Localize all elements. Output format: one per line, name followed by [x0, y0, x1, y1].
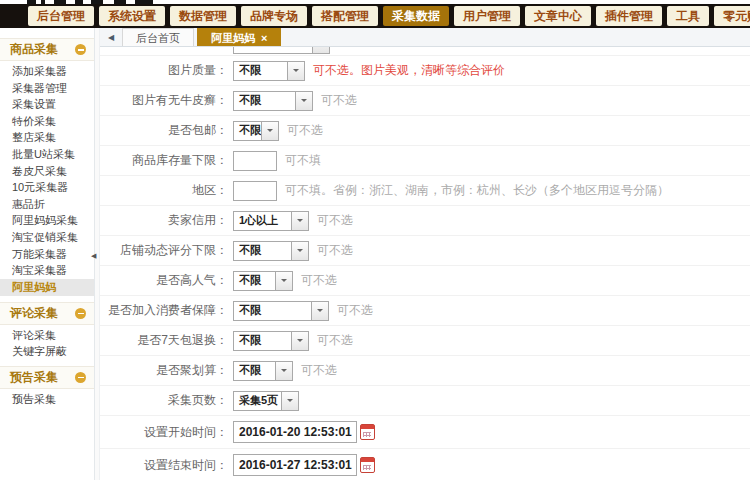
calendar-icon[interactable] [360, 424, 375, 440]
chevron-down-icon [312, 47, 329, 53]
text-input[interactable] [233, 181, 277, 201]
field-label: 是否聚划算： [100, 362, 228, 379]
nav-item-搭配管理[interactable]: 搭配管理 [312, 6, 378, 26]
field-controls: 2016-01-27 12:53:01 [233, 454, 357, 476]
select-value: 不限 [234, 123, 261, 138]
sidebar-item-惠品折[interactable]: 惠品折 [0, 196, 94, 213]
date-value: 2016-01-20 12:53:01 [239, 425, 352, 439]
collapse-minus-icon[interactable] [75, 308, 86, 319]
field-controls: 可不填 [233, 151, 321, 171]
sidebar-item-万能采集器[interactable]: 万能采集器 [0, 246, 94, 263]
sidebar-item-整店采集[interactable]: 整店采集 [0, 129, 94, 146]
nav-item-品牌专场[interactable]: 品牌专场 [241, 6, 307, 26]
sidebar-section-商品采集[interactable]: 商品采集 [0, 38, 94, 61]
tab-scroll-left-icon[interactable]: ◀ [100, 33, 122, 46]
sidebar-section-评论采集[interactable]: 评论采集 [0, 302, 94, 325]
sidebar-item-阿里妈妈采集[interactable]: 阿里妈妈采集 [0, 212, 94, 229]
field-label: 地区： [100, 182, 228, 199]
form-row: 图片有无牛皮癣：不限可不选 [100, 86, 750, 116]
sidebar-item-评论采集[interactable]: 评论采集 [0, 327, 94, 344]
field-controls: 采集5页 [233, 391, 299, 411]
date-input[interactable]: 2016-01-20 12:53:01 [233, 421, 357, 443]
sidebar-item-阿里妈妈[interactable]: 阿里妈妈 [0, 279, 94, 296]
close-icon[interactable]: × [261, 32, 267, 44]
field-hint: 可不选 [317, 332, 353, 349]
nav-item-后台管理[interactable]: 后台管理 [28, 6, 94, 26]
select-value: 不限 [234, 303, 261, 318]
field-label: 设置结束时间： [100, 457, 228, 474]
sidebar-item-预告采集[interactable]: 预告采集 [0, 391, 94, 408]
sidebar-item-卷皮尺采集[interactable]: 卷皮尺采集 [0, 163, 94, 180]
select-value: 不限 [234, 363, 261, 378]
sidebar-section-预告采集[interactable]: 预告采集 [0, 366, 94, 389]
chevron-down-icon [291, 242, 308, 260]
tab-阿里妈妈[interactable]: 阿里妈妈× [197, 28, 281, 46]
nav-item-插件管理[interactable]: 插件管理 [596, 6, 662, 26]
sidebar-item-淘宝促销采集[interactable]: 淘宝促销采集 [0, 229, 94, 246]
field-controls: 不限可不选 [233, 361, 337, 381]
form-row: 是否加入消费者保障：不限可不选 [100, 296, 750, 326]
form-row: 是否包邮：不限可不选 [100, 116, 750, 146]
field-controls: 不限可不选。图片美观，清晰等综合评价 [233, 61, 505, 81]
section-title: 评论采集 [10, 303, 58, 324]
field-hint: 可不填 [285, 152, 321, 169]
collapse-minus-icon[interactable] [75, 44, 86, 55]
calendar-icon[interactable] [360, 457, 375, 473]
field-label: 图片有无牛皮癣： [100, 92, 228, 109]
sidebar-item-采集器管理[interactable]: 采集器管理 [0, 80, 94, 97]
sidebar-item-10元采集器[interactable]: 10元采集器 [0, 179, 94, 196]
tab-后台首页[interactable]: 后台首页 [122, 28, 194, 46]
field-controls: 不限可不选 [233, 301, 373, 321]
field-hint: 可不选 [337, 302, 373, 319]
select-field[interactable]: 不限 [233, 361, 293, 381]
date-input[interactable]: 2016-01-27 12:53:01 [233, 454, 357, 476]
field-label: 是否加入消费者保障： [100, 302, 228, 319]
field-controls: 不限可不选 [233, 241, 353, 261]
select-field[interactable]: 采集5页 [233, 391, 299, 411]
sidebar-section-items: 预告采集 [0, 389, 94, 410]
clipped-select-row [100, 47, 750, 56]
select-value: 1心以上 [234, 213, 278, 228]
field-hint: 可不选 [301, 272, 337, 289]
field-controls: 可不填。省例：浙江、湖南，市例：杭州、长沙（多个地区用逗号分隔） [233, 181, 669, 201]
field-hint: 可不选 [287, 122, 323, 139]
select-value: 采集5页 [234, 393, 278, 408]
nav-item-用户管理[interactable]: 用户管理 [454, 6, 520, 26]
form-row: 地区：可不填。省例：浙江、湖南，市例：杭州、长沙（多个地区用逗号分隔） [100, 176, 750, 206]
sidebar-item-批量U站采集[interactable]: 批量U站采集 [0, 146, 94, 163]
select-field[interactable]: 1心以上 [233, 211, 309, 231]
select-value: 不限 [234, 243, 261, 258]
form-row: 卖家信用：1心以上可不选 [100, 206, 750, 236]
form-panel: 图片质量：不限可不选。图片美观，清晰等综合评价图片有无牛皮癣：不限可不选是否包邮… [100, 47, 750, 480]
nav-item-采集数据[interactable]: 采集数据 [383, 6, 449, 26]
nav-item-零元购[interactable]: 零元购 [714, 6, 750, 26]
chevron-down-icon [275, 272, 292, 290]
clipped-select[interactable] [233, 47, 330, 54]
select-field[interactable]: 不限 [233, 241, 309, 261]
form-row: 商品库存量下限：可不填 [100, 146, 750, 176]
sidebar-item-特价采集[interactable]: 特价采集 [0, 113, 94, 130]
sidebar-item-关键字屏蔽[interactable]: 关键字屏蔽 [0, 343, 94, 360]
nav-item-工具[interactable]: 工具 [667, 6, 709, 26]
sidebar-section-items: 添加采集器采集器管理采集设置特价采集整店采集批量U站采集卷皮尺采集10元采集器惠… [0, 61, 94, 298]
field-label: 商品库存量下限： [100, 152, 228, 169]
chevron-down-icon [261, 122, 278, 140]
sidebar-item-采集设置[interactable]: 采集设置 [0, 96, 94, 113]
nav-item-系统设置[interactable]: 系统设置 [99, 6, 165, 26]
field-hint: 可不选 [301, 362, 337, 379]
select-field[interactable]: 不限 [233, 331, 309, 351]
field-controls: 不限可不选 [233, 271, 337, 291]
nav-item-文章中心[interactable]: 文章中心 [525, 6, 591, 26]
sidebar-item-淘宝采集器[interactable]: 淘宝采集器 [0, 262, 94, 279]
select-field[interactable]: 不限 [233, 271, 293, 291]
text-input[interactable] [233, 151, 277, 171]
chevron-down-icon [287, 62, 304, 80]
select-field[interactable]: 不限 [233, 301, 329, 321]
sidebar-item-添加采集器[interactable]: 添加采集器 [0, 63, 94, 80]
collapse-minus-icon[interactable] [75, 372, 86, 383]
nav-item-数据管理[interactable]: 数据管理 [170, 6, 236, 26]
select-field[interactable]: 不限 [233, 61, 305, 81]
select-field[interactable]: 不限 [233, 121, 279, 141]
sidebar-collapse-icon[interactable]: ◀ [91, 252, 96, 260]
select-field[interactable]: 不限 [233, 91, 313, 111]
